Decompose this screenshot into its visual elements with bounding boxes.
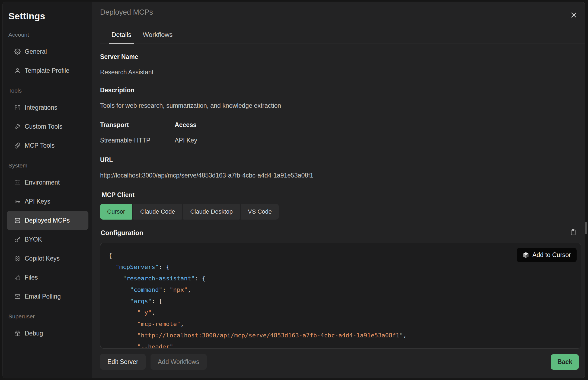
sidebar-item-label: Custom Tools	[25, 123, 62, 130]
access-label: Access	[175, 121, 197, 129]
bug-icon	[14, 330, 21, 337]
sidebar-item-label: API Keys	[25, 198, 50, 205]
mcp-client-vs-code[interactable]: VS Code	[241, 204, 279, 220]
user-icon	[14, 67, 21, 74]
panel-title: Deployed MCPs	[100, 8, 153, 17]
configuration-code-block: { "mcpServers": { "research-assistant": …	[100, 243, 581, 349]
copy-files-icon	[14, 274, 21, 281]
sidebar-item-custom-tools[interactable]: Custom Tools	[7, 117, 88, 136]
sidebar-item-label: Environment	[25, 179, 60, 186]
code-line: "research-assistant": {	[108, 273, 573, 284]
sidebar-item-label: Email Polling	[25, 293, 61, 300]
sidebar-item-debug[interactable]: Debug	[7, 324, 88, 343]
settings-sidebar: Settings Account General Template Profil…	[2, 2, 92, 378]
sidebar-item-label: General	[25, 48, 47, 55]
sidebar-item-byok[interactable]: BYOK	[7, 230, 88, 249]
footer-actions: Edit Server Add Workflows Back	[100, 354, 579, 370]
sidebar-item-api-keys[interactable]: API Keys	[7, 192, 88, 211]
configuration-code: { "mcpServers": { "research-assistant": …	[100, 243, 581, 349]
wrench-icon	[14, 123, 21, 130]
tab-divider	[100, 43, 585, 43]
sidebar-item-files[interactable]: Files	[7, 268, 88, 287]
add-to-cursor-button[interactable]: Add to Cursor	[517, 248, 577, 262]
section-label-tools: Tools	[8, 87, 92, 94]
transport-label: Transport	[100, 121, 129, 129]
sidebar-item-general[interactable]: General	[7, 42, 88, 61]
mcp-client-cursor[interactable]: Cursor	[100, 204, 132, 220]
sidebar-item-label: BYOK	[25, 236, 42, 243]
code-line: "http://localhost:3000/api/mcp/serve/485…	[108, 330, 573, 341]
hex-nut-icon	[14, 255, 21, 262]
server-icon	[14, 217, 21, 224]
scrollbar-thumb[interactable]	[585, 222, 587, 234]
section-label-system: System	[8, 162, 92, 169]
add-to-cursor-label: Add to Cursor	[532, 251, 571, 259]
section-label-account: Account	[8, 31, 92, 38]
edit-server-button[interactable]: Edit Server	[100, 354, 146, 370]
description-label: Description	[100, 87, 135, 94]
configuration-label: Configuration	[101, 229, 143, 237]
section-label-superuser: Superuser	[8, 313, 92, 320]
sidebar-item-integrations[interactable]: Integrations	[7, 98, 88, 117]
server-name-label: Server Name	[100, 53, 138, 61]
sidebar-item-label: Debug	[25, 330, 43, 337]
sidebar-item-label: Integrations	[25, 104, 57, 111]
access-value: API Key	[175, 137, 197, 144]
code-line: "mcp-remote",	[108, 318, 573, 330]
url-label: URL	[100, 156, 113, 164]
sidebar-item-label: Copilot Keys	[25, 255, 60, 262]
add-workflows-button[interactable]: Add Workflows	[151, 354, 207, 370]
sidebar-item-label: Files	[25, 274, 38, 281]
folder-code-icon	[14, 179, 21, 186]
sidebar-item-label: MCP Tools	[25, 142, 55, 149]
cursor-cube-icon	[522, 252, 529, 259]
mcp-client-selector: Cursor Claude Code Claude Desktop VS Cod…	[100, 204, 279, 220]
code-line: "--header"	[108, 341, 573, 349]
key-icon	[14, 198, 21, 205]
mail-icon	[14, 293, 21, 300]
code-line: {	[108, 250, 573, 261]
server-name-value: Research Assistant	[100, 69, 154, 76]
sidebar-item-copilot-keys[interactable]: Copilot Keys	[7, 249, 88, 268]
sidebar-item-template-profile[interactable]: Template Profile	[7, 61, 88, 80]
blocks-icon	[14, 104, 21, 111]
copy-configuration-button[interactable]	[569, 228, 577, 237]
tab-bar: Details Workflows	[109, 29, 175, 44]
sidebar-item-label: Template Profile	[25, 67, 69, 74]
sidebar-item-environment[interactable]: Environment	[7, 173, 88, 192]
mcp-client-claude-code[interactable]: Claude Code	[133, 204, 182, 220]
key-diagonal-icon	[14, 236, 21, 243]
sidebar-item-deployed-mcps[interactable]: Deployed MCPs	[7, 211, 88, 230]
tab-workflows[interactable]: Workflows	[140, 29, 175, 44]
mcp-client-claude-desktop[interactable]: Claude Desktop	[183, 204, 240, 220]
mcp-icon	[14, 142, 21, 149]
gear-icon	[14, 48, 21, 55]
code-line: "command": "npx",	[108, 284, 573, 296]
settings-modal: Settings Account General Template Profil…	[2, 2, 585, 378]
settings-title: Settings	[2, 2, 92, 22]
close-icon	[570, 11, 577, 20]
code-line: "mcpServers": {	[108, 261, 573, 273]
clipboard-icon	[570, 229, 577, 237]
description-value: Tools for web research, summarization, a…	[100, 102, 281, 109]
code-line: "-y",	[108, 307, 573, 318]
code-line: "args": [	[108, 296, 573, 307]
transport-value: Streamable-HTTP	[100, 137, 150, 144]
back-button[interactable]: Back	[551, 354, 579, 370]
app-background: Settings Account General Template Profil…	[0, 0, 588, 380]
mcp-client-label: MCP Client	[102, 191, 135, 199]
tab-details[interactable]: Details	[109, 29, 134, 44]
sidebar-item-email-polling[interactable]: Email Polling	[7, 287, 88, 306]
close-button[interactable]	[569, 11, 579, 20]
deployed-mcps-panel: Deployed MCPs Details Workflows Server N…	[92, 2, 585, 378]
url-value: http://localhost:3000/api/mcp/serve/4853…	[100, 172, 313, 179]
sidebar-item-label: Deployed MCPs	[25, 217, 70, 224]
sidebar-item-mcp-tools[interactable]: MCP Tools	[7, 136, 88, 155]
